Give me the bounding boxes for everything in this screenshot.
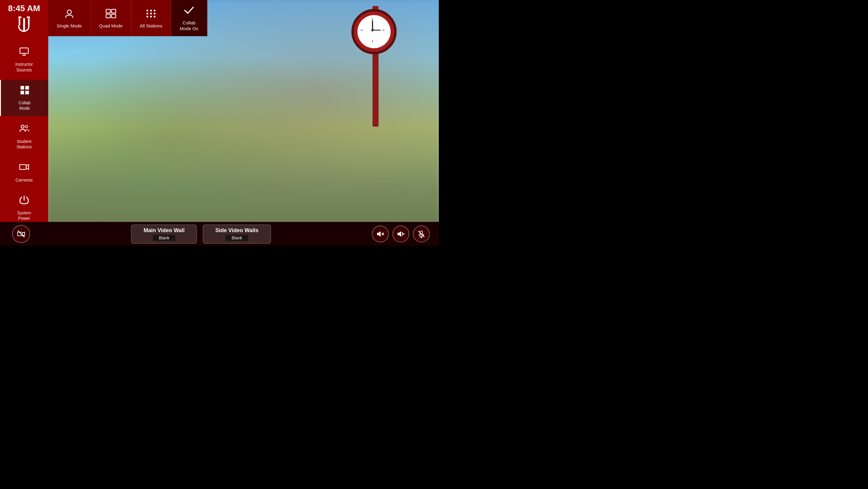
svg-rect-19 <box>20 164 26 170</box>
submenu-collab-mode-on[interactable]: CollabMode On <box>171 0 207 36</box>
all-stations-icon <box>145 8 157 22</box>
submenu-quad-label: Quad Mode <box>99 23 122 28</box>
main-video-wall-button[interactable]: Main Video Wall Blank <box>131 224 197 244</box>
sidebar-label-instructor: InstructorSources <box>16 61 33 72</box>
svg-point-21 <box>67 10 71 14</box>
svg-point-34 <box>154 16 156 18</box>
submenu-collab-on-label: CollabMode On <box>180 20 198 32</box>
svg-rect-22 <box>106 9 110 13</box>
side-video-walls-status: Blank <box>225 235 248 241</box>
svg-point-27 <box>150 10 152 11</box>
sidebar-item-instructor-sources[interactable]: InstructorSources <box>0 41 48 78</box>
svg-marker-41 <box>398 231 401 237</box>
svg-rect-23 <box>112 9 116 13</box>
submenu-quad-mode[interactable]: Quad Mode <box>90 0 131 36</box>
volume-mute-button[interactable] <box>372 225 389 242</box>
bottom-bar: Main Video Wall Blank Side Video Walls B… <box>0 222 439 246</box>
svg-point-30 <box>150 13 152 14</box>
svg-marker-38 <box>377 231 381 237</box>
camera-off-button[interactable] <box>12 225 30 243</box>
svg-rect-24 <box>106 14 110 18</box>
mic-mute-button[interactable] <box>413 225 430 242</box>
video-wall-controls: Main Video Wall Blank Side Video Walls B… <box>30 224 372 244</box>
submenu-all-stations[interactable]: All Stations <box>131 0 171 36</box>
svg-rect-8 <box>19 18 20 25</box>
submenu-single-mode[interactable]: Single Mode <box>48 0 90 36</box>
sidebar-label-cameras: Cameras <box>16 177 33 183</box>
svg-point-26 <box>147 10 148 11</box>
main-video-wall-status: Blank <box>153 235 176 241</box>
svg-point-29 <box>147 13 148 14</box>
clock-face <box>351 9 397 54</box>
sidebar-item-student-stations[interactable]: StudentStations <box>0 119 48 155</box>
submenu-bar: Single Mode Quad Mode <box>48 0 207 36</box>
svg-rect-15 <box>21 91 24 94</box>
side-video-walls-button[interactable]: Side Video Walls Blank <box>203 224 271 244</box>
svg-point-17 <box>21 125 24 128</box>
submenu-single-label: Single Mode <box>57 23 82 28</box>
single-mode-icon <box>63 8 75 22</box>
svg-rect-25 <box>112 14 116 18</box>
sidebar: 8:45 AM InstructorSources <box>0 0 48 246</box>
svg-point-2 <box>371 29 374 31</box>
main-video-wall-label: Main Video Wall <box>144 227 184 234</box>
sidebar-label-power: SystemPower <box>17 210 31 221</box>
sidebar-label-student: StudentStations <box>17 139 32 150</box>
monitor-icon <box>19 46 30 60</box>
side-video-walls-label: Side Video Walls <box>215 227 258 234</box>
clock-display: 8:45 AM <box>8 4 40 13</box>
svg-marker-37 <box>22 232 25 236</box>
quad-mode-icon <box>105 8 117 22</box>
svg-point-28 <box>154 10 156 11</box>
svg-point-18 <box>25 125 28 128</box>
svg-rect-7 <box>23 18 25 31</box>
svg-point-32 <box>147 16 148 18</box>
svg-marker-20 <box>26 164 29 170</box>
iu-logo <box>15 16 33 36</box>
svg-point-31 <box>154 13 156 14</box>
svg-rect-13 <box>21 86 24 90</box>
svg-rect-16 <box>25 91 29 94</box>
svg-line-35 <box>18 231 24 237</box>
svg-rect-10 <box>20 48 28 53</box>
sidebar-item-collab-mode[interactable]: CollabMode <box>0 80 48 116</box>
svg-rect-9 <box>28 18 30 25</box>
sidebar-item-cameras[interactable]: Cameras <box>0 157 48 187</box>
grid-icon <box>19 85 30 98</box>
svg-point-33 <box>150 16 152 18</box>
sidebar-label-collab: CollabMode <box>19 100 31 111</box>
camera-icon <box>19 161 30 175</box>
power-icon <box>19 195 30 208</box>
audio-controls <box>372 225 430 242</box>
check-icon <box>183 5 195 18</box>
users-icon <box>19 123 30 137</box>
volume-up-button[interactable] <box>393 225 409 242</box>
submenu-all-stations-label: All Stations <box>140 23 162 28</box>
svg-rect-14 <box>25 86 29 90</box>
sidebar-item-system-power[interactable]: SystemPower <box>0 190 48 226</box>
